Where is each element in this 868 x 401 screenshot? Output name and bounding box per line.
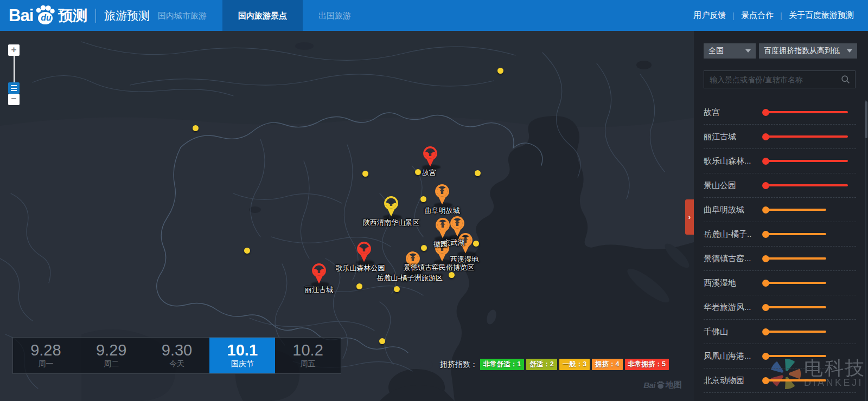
chevron-down-icon xyxy=(745,49,751,53)
poi-dot[interactable] xyxy=(475,170,481,176)
map-pin-orange[interactable] xyxy=(435,217,451,239)
logo-text-du: du xyxy=(41,13,52,23)
sort-dropdown[interactable]: 百度拥挤指数从高到低 xyxy=(759,43,857,59)
attribution-suffix: 地图 xyxy=(666,380,682,390)
list-item[interactable]: 丽江古城 xyxy=(704,125,856,149)
baidu-logo[interactable]: Bai du 预测 旅游预测 xyxy=(9,0,150,31)
sidebar-collapse-handle[interactable]: › xyxy=(685,199,694,235)
map-pin-label: 曲阜明故城 xyxy=(425,206,460,216)
bar-line xyxy=(766,306,826,308)
date-selector: 9.28周一9.29周二9.30今天10.1国庆节10.2周五 xyxy=(12,337,341,374)
list-item[interactable]: 北京动物园 xyxy=(704,368,856,393)
map-pin-label: 故宫 xyxy=(422,168,436,178)
date-day: 今天 xyxy=(144,359,210,369)
map-pin-yellow[interactable] xyxy=(383,196,399,217)
map-pin-red[interactable] xyxy=(422,146,438,167)
spot-name: 丽江古城 xyxy=(704,132,756,142)
map-pin-orange[interactable] xyxy=(434,184,450,205)
date-day: 国庆节 xyxy=(209,359,275,369)
list-item[interactable]: 岳麓山-橘子.. xyxy=(704,222,856,247)
date-number: 10.2 xyxy=(275,341,341,359)
map-pin-label: 徽园 xyxy=(433,240,448,249)
date-cell[interactable]: 9.29周二 xyxy=(79,338,144,373)
list-item[interactable]: 故宫 xyxy=(704,100,856,125)
bar-line xyxy=(766,160,848,162)
spot-name: 岳麓山-橘子.. xyxy=(704,229,756,240)
scrollbar-thumb[interactable] xyxy=(865,101,867,138)
nav-tab[interactable]: 国内城市旅游 xyxy=(142,0,222,31)
list-item[interactable]: 凤凰山海港... xyxy=(704,344,856,368)
search-box xyxy=(704,70,856,88)
date-cell[interactable]: 9.30今天 xyxy=(144,338,210,373)
date-day: 周一 xyxy=(13,359,79,369)
baidu-map-attribution: Bai 地图 xyxy=(643,380,682,390)
map-pin-label: 岳麓山-橘子洲旅游区 xyxy=(376,273,442,283)
date-cell[interactable]: 9.28周一 xyxy=(13,338,79,373)
poi-dot[interactable] xyxy=(449,272,455,278)
zoom-out-button[interactable]: − xyxy=(8,94,20,105)
poi-dot[interactable] xyxy=(193,125,199,131)
list-item[interactable]: 华岩旅游风... xyxy=(704,295,856,320)
crowding-bar xyxy=(762,353,856,360)
crowding-legend: 拥挤指数： 非常舒适：1舒适：2一般：3拥挤：4非常拥挤：5 xyxy=(440,359,669,370)
poi-dot[interactable] xyxy=(362,171,368,177)
poi-dot[interactable] xyxy=(473,241,479,247)
poi-dot[interactable] xyxy=(497,68,503,74)
poi-dot[interactable] xyxy=(379,338,385,344)
zoom-slider-handle[interactable] xyxy=(8,82,20,94)
list-item[interactable]: 曲阜明故城 xyxy=(704,198,856,222)
search-icon[interactable] xyxy=(841,75,850,84)
map-canvas[interactable]: 故宫曲阜明故城陕西渭南华山景区玄武湖徽园西溪湿地景德镇古窑民俗博览区歌乐山森林公… xyxy=(0,31,694,401)
attribution-bai: Bai xyxy=(643,380,655,390)
list-item[interactable]: 千佛山 xyxy=(704,320,856,344)
header-link[interactable]: 用户反馈 xyxy=(687,10,732,21)
bar-line xyxy=(766,379,826,381)
header-link[interactable]: 景点合作 xyxy=(735,10,780,21)
legend-badge: 拥挤：4 xyxy=(592,359,622,370)
region-dropdown[interactable]: 全国 xyxy=(704,43,756,59)
poi-dot[interactable] xyxy=(421,245,427,251)
bar-line xyxy=(766,331,826,333)
list-item[interactable]: 景山公园 xyxy=(704,173,856,198)
map-pin-label: 丽江古城 xyxy=(305,285,333,295)
nav-tab[interactable]: 国内旅游景点 xyxy=(222,0,303,31)
poi-dot[interactable] xyxy=(394,286,400,292)
bar-line xyxy=(766,355,826,357)
date-cell[interactable]: 10.1国庆节 xyxy=(209,338,275,373)
poi-dot[interactable] xyxy=(420,196,426,202)
crowding-bar xyxy=(762,280,856,287)
zoom-slider-track[interactable] xyxy=(14,56,15,82)
spot-name: 景德镇古窑... xyxy=(704,254,756,264)
scrollbar-track[interactable] xyxy=(865,100,866,401)
list-item[interactable]: 歌乐山森林... xyxy=(704,149,856,173)
poi-dot[interactable] xyxy=(356,283,362,289)
poi-dot[interactable] xyxy=(415,169,421,175)
spot-name: 凤凰山海港... xyxy=(704,351,756,361)
crowding-bar xyxy=(762,182,856,189)
date-number: 10.1 xyxy=(209,341,275,359)
chevron-right-icon: › xyxy=(688,213,691,221)
list-item[interactable]: 景德镇古窑... xyxy=(704,247,856,271)
region-dropdown-value: 全国 xyxy=(709,46,724,56)
bar-line xyxy=(766,233,826,235)
crowding-bar xyxy=(762,109,856,116)
bar-line xyxy=(766,257,826,260)
top-navbar: Bai du 预测 旅游预测 国内城市旅游国内旅游景点出国旅游 用户反馈|景点合… xyxy=(0,0,868,31)
header-links: 用户反馈|景点合作|关于百度旅游预测 xyxy=(687,0,860,31)
bar-line xyxy=(766,209,826,211)
zoom-in-button[interactable]: + xyxy=(8,44,20,56)
header-link[interactable]: 关于百度旅游预测 xyxy=(782,10,860,21)
map-pin-red[interactable] xyxy=(311,263,327,284)
app: Bai du 预测 旅游预测 国内城市旅游国内旅游景点出国旅游 用户反馈|景点合… xyxy=(0,0,868,401)
date-cell[interactable]: 10.2周五 xyxy=(275,338,341,373)
poi-dot[interactable] xyxy=(244,248,250,254)
nav-tab[interactable]: 出国旅游 xyxy=(303,0,367,31)
sort-dropdown-value: 百度拥挤指数从高到低 xyxy=(764,46,840,56)
legend-badge: 舒适：2 xyxy=(526,359,557,370)
search-input[interactable] xyxy=(704,75,841,84)
spot-name: 千佛山 xyxy=(704,327,756,337)
baidu-paw-icon: du xyxy=(34,5,56,27)
spot-name: 华岩旅游风... xyxy=(704,302,756,313)
list-item[interactable]: 西溪湿地 xyxy=(704,271,856,295)
map-pin-red[interactable] xyxy=(356,241,372,263)
